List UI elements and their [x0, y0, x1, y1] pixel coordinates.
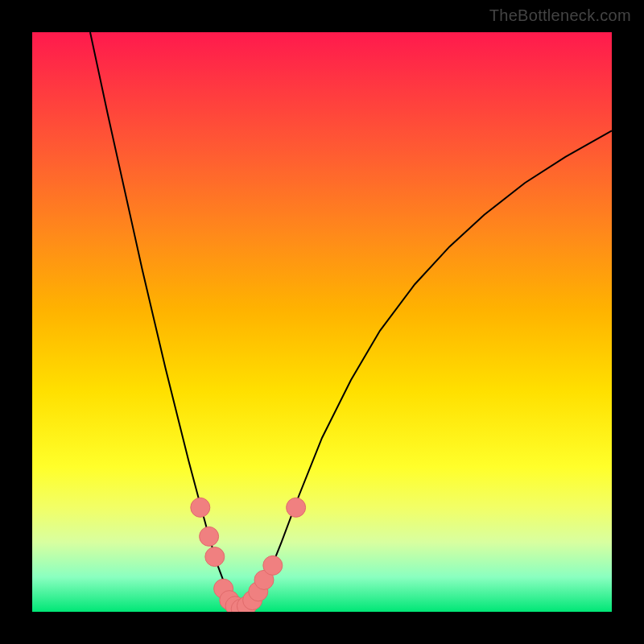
- data-marker: [205, 547, 225, 567]
- data-marker: [200, 526, 219, 546]
- chart-frame: TheBottleneck.com: [0, 0, 644, 644]
- plot-area: [32, 32, 612, 612]
- data-markers: [191, 497, 306, 612]
- data-marker: [191, 497, 210, 517]
- data-marker: [263, 555, 283, 575]
- chart-svg: [32, 32, 612, 612]
- watermark-text: TheBottleneck.com: [489, 6, 631, 25]
- bottleneck-curve: [90, 32, 612, 609]
- data-marker: [287, 497, 306, 517]
